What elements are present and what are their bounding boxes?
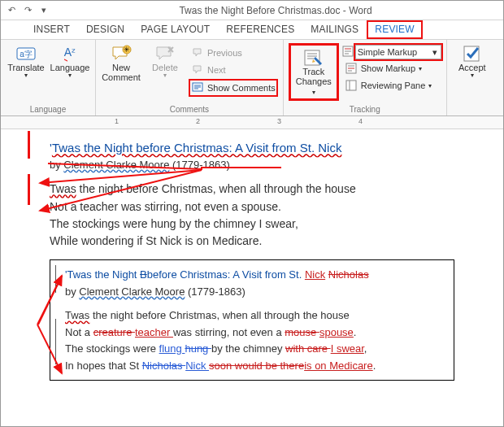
new-comment-button[interactable]: ✳ New Comment xyxy=(101,43,141,97)
ribbon-group-tracking: Track Changes ▾ Simple Markup ▾ Show Mar… xyxy=(284,40,447,115)
svg-text:✳: ✳ xyxy=(124,46,130,54)
previous-comment-button: Previous xyxy=(189,45,278,61)
inset-line-1: Twas the night before Christmas, when al… xyxy=(65,308,447,323)
language-button[interactable]: Aᶻ Language ▾ xyxy=(50,43,90,81)
ribbon: a字 Translate ▾ Aᶻ Language ▾ Language ✳ … xyxy=(1,40,503,116)
delete-comment-button: Delete ▾ xyxy=(145,43,185,97)
doc-line-1: Twas the night before Christmas, when al… xyxy=(50,181,454,196)
markup-box-icon xyxy=(342,46,354,59)
accept-button[interactable]: Accept ▾ xyxy=(452,43,493,81)
undo-button[interactable]: ↶ xyxy=(4,3,19,18)
change-bar xyxy=(28,131,30,159)
change-bar xyxy=(55,265,56,293)
redo-button[interactable]: ↷ xyxy=(20,3,35,18)
previous-icon xyxy=(191,46,204,59)
doc-title: 'Twas the Night before Christmas: A Visi… xyxy=(50,140,454,156)
accept-icon xyxy=(459,45,485,63)
change-bar xyxy=(28,174,30,205)
tab-design[interactable]: DESIGN xyxy=(78,20,133,39)
document-page[interactable]: 'Twas the Night before Christmas: A Visi… xyxy=(1,129,503,389)
show-comments-icon xyxy=(191,81,204,94)
inset-byline: by Clement Clarke Moore (1779-1863) xyxy=(65,285,447,299)
svg-text:Aᶻ: Aᶻ xyxy=(64,46,76,59)
doc-byline: by Clement Clarke Moore (1779-1863) xyxy=(50,159,454,172)
inset-title: 'Twas the Night Bbefore Christmas: A Vis… xyxy=(65,268,447,282)
track-changes-button[interactable]: Track Changes ▾ xyxy=(293,47,335,98)
tab-review[interactable]: REVIEW xyxy=(367,20,423,39)
svg-text:a字: a字 xyxy=(20,50,33,59)
tab-references[interactable]: REFERENCES xyxy=(218,20,302,39)
ribbon-tabs: INSERT DESIGN PAGE LAYOUT REFERENCES MAI… xyxy=(1,20,503,40)
tab-mailings[interactable]: MAILINGS xyxy=(302,20,367,39)
track-changes-label-2: Changes xyxy=(296,76,332,86)
translate-icon: a字 xyxy=(13,45,39,63)
ruler-3: 3 xyxy=(277,117,281,125)
svg-rect-23 xyxy=(346,81,356,90)
track-changes-icon xyxy=(301,49,327,67)
horizontal-ruler[interactable]: 1 2 3 4 xyxy=(1,116,503,129)
track-changes-label-1: Track xyxy=(302,67,324,76)
translate-button[interactable]: a字 Translate ▾ xyxy=(6,43,46,81)
show-comments-label: Show Comments xyxy=(207,83,276,93)
next-comment-button: Next xyxy=(189,62,278,78)
inset-line-2: Not a creature teacher was stirring, not… xyxy=(65,325,447,340)
markup-mode-select[interactable]: Simple Markup ▾ xyxy=(355,45,441,59)
show-markup-icon xyxy=(345,62,358,75)
new-comment-label: New Comment xyxy=(102,63,141,82)
ribbon-group-changes: Accept ▾ xyxy=(447,40,497,115)
reviewing-pane-button[interactable]: Reviewing Pane ▾ xyxy=(342,77,441,94)
show-comments-button[interactable]: Show Comments xyxy=(189,79,278,97)
group-label-tracking: Tracking xyxy=(289,105,441,114)
reviewing-pane-icon xyxy=(345,79,358,92)
language-icon: Aᶻ xyxy=(57,45,83,63)
ruler-2: 2 xyxy=(196,117,200,125)
window-title: Twas the Night Before Christmas.doc - Wo… xyxy=(51,5,500,16)
tab-pagelayout[interactable]: PAGE LAYOUT xyxy=(133,20,218,39)
change-bar xyxy=(55,319,56,364)
group-label-changes xyxy=(452,105,493,114)
markup-mode-value: Simple Markup xyxy=(356,47,429,57)
reviewing-pane-label: Reviewing Pane xyxy=(361,81,426,90)
show-markup-button[interactable]: Show Markup ▾ xyxy=(342,60,441,76)
show-markup-label: Show Markup xyxy=(361,63,415,73)
qat-customize[interactable]: ▾ xyxy=(37,3,51,18)
doc-line-4: While wondering if St Nick is on Medicar… xyxy=(50,233,454,248)
inset-line-4: In hopes that St Nicholas Nick soon woul… xyxy=(65,359,447,373)
track-changes-highlight: Track Changes ▾ xyxy=(289,43,339,101)
next-label: Next xyxy=(207,65,226,75)
quick-access-toolbar: ↶ ↷ ▾ xyxy=(4,3,51,18)
all-markup-inset: 'Twas the Night Bbefore Christmas: A Vis… xyxy=(50,259,454,381)
doc-line-2: Not a teacher was stirring, not even a s… xyxy=(50,199,454,214)
new-comment-icon: ✳ xyxy=(108,45,134,63)
next-icon xyxy=(191,63,204,76)
group-label-language: Language xyxy=(6,105,90,114)
ribbon-group-language: a字 Translate ▾ Aᶻ Language ▾ Language xyxy=(1,40,96,115)
ribbon-group-comments: ✳ New Comment Delete ▾ Previous Next xyxy=(96,40,284,115)
tab-insert[interactable]: INSERT xyxy=(25,20,78,39)
group-label-comments: Comments xyxy=(101,105,278,114)
inset-line-3: The stockings were flung hung by the chi… xyxy=(65,342,447,356)
title-bar: ↶ ↷ ▾ Twas the Night Before Christmas.do… xyxy=(1,1,503,20)
doc-line-3: The stockings were hung by the chimney I… xyxy=(50,216,454,231)
chevron-down-icon: ▾ xyxy=(429,47,441,58)
ruler-4: 4 xyxy=(358,117,363,125)
ruler-1: 1 xyxy=(115,117,119,125)
previous-label: Previous xyxy=(207,48,242,58)
delete-icon xyxy=(152,45,178,63)
svg-rect-11 xyxy=(305,50,319,65)
